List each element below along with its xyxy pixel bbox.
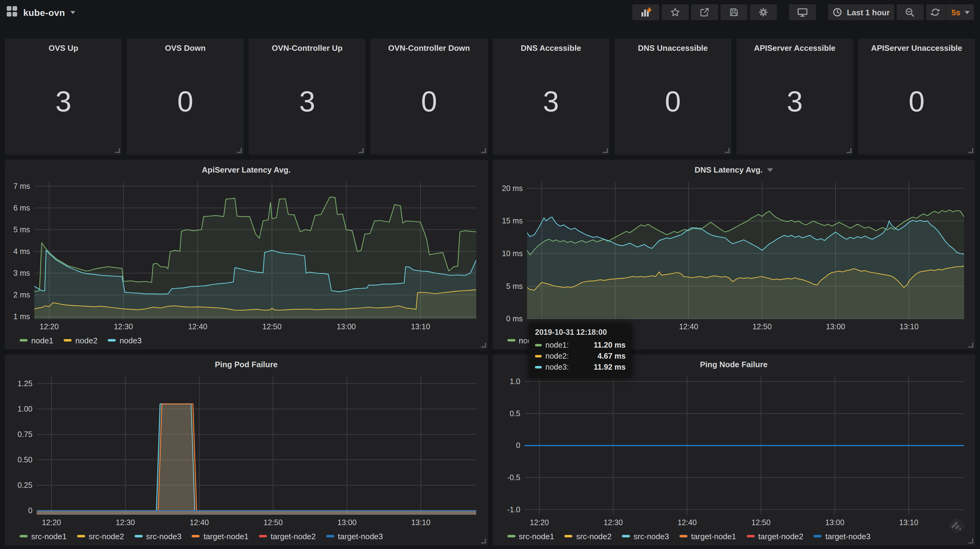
series-group — [34, 197, 476, 319]
legend-label: target-node2 — [270, 531, 315, 541]
tooltip-series-swatch — [535, 355, 542, 357]
legend-label: target-node1 — [204, 531, 248, 541]
time-range-button[interactable]: Last 1 hour — [829, 4, 894, 20]
panel-resize-handle[interactable] — [359, 148, 364, 153]
svg-text:12:40: 12:40 — [677, 518, 697, 527]
ping-node-failure-chart[interactable]: -1.0-0.500.51.012:2012:3012:4012:5013:00… — [497, 373, 970, 528]
graph-tooltip: 2019-10-31 12:18:00 node1:11.20 msnode2:… — [529, 323, 632, 378]
stat-panel-title[interactable]: OVS Up — [5, 38, 122, 57]
panel-resize-handle[interactable] — [481, 148, 486, 153]
legend-item-target-node3[interactable]: target-node3 — [814, 531, 870, 541]
panel-resize-handle[interactable] — [481, 343, 486, 348]
legend-item-target-node1[interactable]: target-node1 — [192, 531, 248, 541]
panel-resize-handle[interactable] — [968, 148, 973, 153]
panel-ping-node-failure: Ping Node Failure -1.0-0.500.51.012:2012… — [492, 354, 975, 545]
legend-item-target-node2[interactable]: target-node2 — [259, 531, 315, 541]
grid-lines — [37, 376, 476, 515]
apiserver-latency-chart[interactable]: 1 ms2 ms3 ms4 ms5 ms6 ms7 ms12:2012:3012… — [10, 178, 482, 333]
navbar: kube-ovn — [0, 0, 980, 24]
svg-text:12:50: 12:50 — [264, 518, 283, 527]
series-fill-target-node1 — [37, 404, 476, 515]
svg-text:0.50: 0.50 — [18, 455, 32, 464]
legend-swatch — [19, 535, 27, 537]
series-group — [527, 210, 964, 319]
stat-panel-value: 0 — [371, 57, 488, 155]
legend-swatch — [622, 535, 630, 537]
svg-text:2 ms: 2 ms — [13, 290, 30, 299]
legend-item-src-node2[interactable]: src-node2 — [77, 531, 124, 541]
panel-title[interactable]: ApiServer Latency Avg. — [10, 161, 483, 178]
panel-title[interactable]: DNS Latency Avg. — [497, 161, 970, 178]
share-button[interactable] — [691, 4, 718, 20]
tooltip-series-value: 4.67 ms — [597, 352, 625, 361]
panel-ping-pod-failure: Ping Pod Failure 00.250.500.751.001.2512… — [5, 354, 488, 545]
star-button[interactable] — [662, 4, 689, 20]
legend-swatch — [77, 535, 85, 537]
stat-panel-title[interactable]: OVN-Controller Down — [371, 38, 488, 57]
legend-item-node2[interactable]: node2 — [64, 336, 97, 345]
stat-panel-7: APIServer Unaccessible0 — [858, 38, 975, 155]
legend-label: node2 — [75, 336, 97, 345]
legend-item-node3[interactable]: node3 — [108, 336, 142, 345]
tooltip-timestamp: 2019-10-31 12:18:00 — [535, 328, 625, 337]
panel-resize-handle[interactable] — [603, 148, 608, 153]
panel-resize-handle[interactable] — [968, 343, 973, 348]
series-line-src-node3 — [37, 404, 476, 511]
datasource-logo-watermark — [946, 515, 968, 539]
refresh-interval-label: 5s — [951, 8, 961, 17]
tooltip-series-name: node3: — [546, 363, 569, 371]
svg-text:0: 0 — [516, 441, 520, 450]
svg-text:1.0: 1.0 — [509, 377, 520, 385]
stat-panel-3: OVN-Controller Down0 — [371, 38, 488, 155]
legend-item-src-node1[interactable]: src-node1 — [507, 531, 554, 541]
kiosk-mode-button[interactable] — [789, 4, 816, 20]
legend-item-node1[interactable]: node1 — [19, 336, 53, 345]
panel-title[interactable]: Ping Pod Failure — [10, 356, 483, 373]
legend-item-src-node3[interactable]: src-node3 — [622, 531, 669, 541]
ping-pod-failure-chart[interactable]: 00.250.500.751.001.2512:2012:3012:4012:5… — [10, 373, 482, 528]
dns-latency-chart[interactable]: 0 ms5 ms10 ms15 ms20 ms12:2012:3012:4012… — [497, 178, 970, 333]
svg-text:-1.0: -1.0 — [507, 505, 520, 514]
stat-panel-title[interactable]: APIServer Unaccessible — [858, 38, 975, 57]
zoom-out-button[interactable] — [896, 4, 923, 20]
legend-item-src-node2[interactable]: src-node2 — [565, 531, 612, 541]
panel-resize-handle[interactable] — [115, 148, 120, 153]
stat-panel-title[interactable]: DNS Accessible — [492, 38, 609, 57]
svg-text:3 ms: 3 ms — [13, 269, 30, 277]
refresh-button[interactable]: 5s — [926, 4, 974, 20]
svg-text:15 ms: 15 ms — [502, 216, 522, 225]
panel-resize-handle[interactable] — [725, 148, 730, 153]
svg-text:0.75: 0.75 — [18, 430, 32, 439]
panel-title-text: Ping Node Failure — [700, 360, 768, 369]
stat-panel-title[interactable]: OVN-Controller Up — [249, 38, 366, 57]
settings-button[interactable] — [750, 4, 777, 20]
svg-text:12:30: 12:30 — [114, 322, 133, 331]
legend-label: target-node1 — [691, 531, 736, 541]
stat-panel-title[interactable]: DNS Unaccessible — [614, 38, 731, 57]
legend-item-src-node3[interactable]: src-node3 — [134, 531, 181, 541]
legend-item-target-node3[interactable]: target-node3 — [326, 531, 383, 541]
legend-item-target-node2[interactable]: target-node2 — [746, 531, 803, 541]
panel-resize-handle[interactable] — [481, 539, 486, 544]
legend-swatch — [507, 535, 515, 537]
panel-resize-handle[interactable] — [237, 148, 242, 153]
dashboard-title[interactable]: kube-ovn — [23, 7, 65, 18]
add-panel-button[interactable] — [633, 4, 660, 20]
dashboard-title-group[interactable]: kube-ovn — [6, 5, 76, 19]
x-axis-labels: 12:2012:3012:4012:5013:0013:10 — [40, 322, 430, 331]
stat-panel-title[interactable]: APIServer Accessible — [737, 38, 853, 57]
panel-resize-handle[interactable] — [968, 539, 973, 544]
panel-menu-caret-icon[interactable] — [767, 168, 773, 172]
stat-panel-title[interactable]: OVS Down — [127, 38, 243, 57]
legend-item-src-node1[interactable]: src-node1 — [19, 531, 67, 541]
save-button[interactable] — [721, 4, 748, 20]
legend-swatch — [507, 339, 515, 342]
tooltip-series-name: node2: — [546, 352, 569, 361]
stat-panel-4: DNS Accessible3 — [492, 38, 609, 155]
refresh-icon — [930, 7, 940, 17]
save-icon — [729, 7, 739, 17]
panel-resize-handle[interactable] — [846, 148, 851, 153]
legend-item-target-node1[interactable]: target-node1 — [679, 531, 736, 541]
y-axis-labels: -1.0-0.500.51.0 — [507, 377, 520, 514]
svg-text:13:10: 13:10 — [899, 518, 918, 527]
